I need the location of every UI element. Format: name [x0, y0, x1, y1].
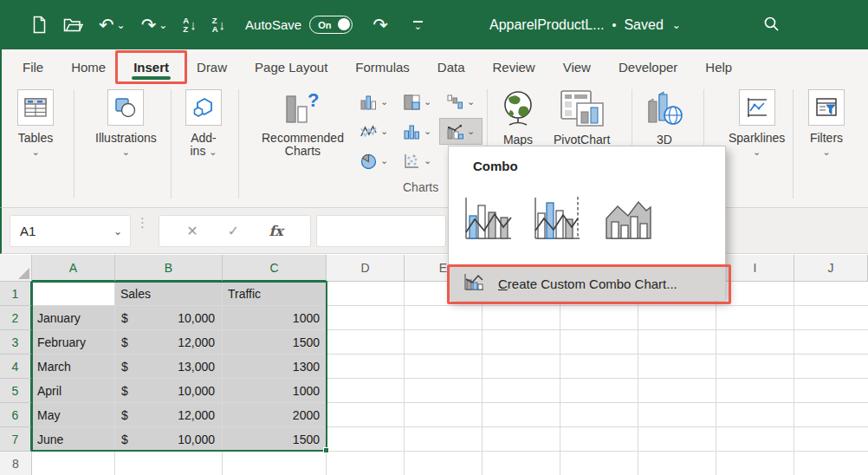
cell-month[interactable]: June — [32, 427, 115, 452]
cell-month[interactable]: February — [32, 330, 115, 355]
pivotchart-button[interactable]: PivotChart — [554, 89, 610, 146]
tab-help[interactable]: Help — [691, 49, 746, 84]
maps-button[interactable]: Maps — [496, 89, 541, 146]
column-header-b[interactable]: B — [115, 255, 223, 282]
cell-A1-active[interactable] — [32, 282, 115, 306]
name-box[interactable]: A1 ⌄ — [10, 215, 131, 247]
new-file-button[interactable] — [23, 10, 55, 40]
redo-quick-button[interactable]: ↷ — [365, 10, 396, 40]
tab-file[interactable]: File — [9, 49, 57, 84]
row-header-8[interactable]: 8 — [0, 452, 32, 475]
formula-bar-grip-icon[interactable]: ⋮ — [136, 218, 149, 227]
row-header-5[interactable]: 5 — [0, 379, 32, 403]
cell-sales[interactable]: $13,000 — [115, 355, 223, 379]
cell-sales[interactable]: $10,000 — [115, 427, 223, 452]
tab-data[interactable]: Data — [424, 49, 479, 84]
column-header-d[interactable]: D — [327, 255, 405, 282]
document-title-area[interactable]: ApparelProductL... • Saved ⌄ — [489, 0, 681, 49]
cell-traffic[interactable]: 1000 — [223, 379, 327, 403]
cell-sales[interactable]: $10,000 — [115, 379, 223, 403]
empty-cell[interactable] — [115, 452, 223, 475]
insert-pie-chart-button[interactable]: ⌄ — [353, 147, 396, 174]
cell-month[interactable]: April — [32, 379, 115, 403]
empty-cells[interactable] — [327, 427, 868, 452]
autosave-toggle[interactable]: On — [309, 16, 353, 34]
add-ins-button[interactable]: Add- ins ⌄ — [185, 89, 222, 159]
cell-month[interactable]: March — [32, 355, 115, 379]
cell-traffic[interactable]: 2000 — [223, 403, 327, 427]
cell-sales[interactable]: $10,000 — [115, 306, 223, 330]
cell-traffic[interactable]: 1000 — [223, 306, 327, 330]
empty-cells[interactable] — [327, 452, 868, 475]
column-header-i[interactable]: I — [716, 255, 794, 282]
create-custom-combo-chart-item[interactable]: Create Custom Combo Chart... — [449, 266, 725, 301]
column-header-a[interactable]: A — [32, 255, 115, 282]
sort-descending-button[interactable]: ZA ↓ — [204, 10, 233, 40]
select-all-corner[interactable] — [0, 255, 32, 282]
row-header-6[interactable]: 6 — [0, 403, 32, 427]
enter-button[interactable]: ✓ — [228, 223, 239, 239]
tab-developer[interactable]: Developer — [605, 49, 691, 84]
cell-sales[interactable]: $12,000 — [115, 403, 223, 427]
tab-page-layout[interactable]: Page Layout — [241, 49, 341, 84]
cell-B1[interactable]: Sales — [115, 282, 223, 306]
tab-formulas[interactable]: Formulas — [341, 49, 424, 84]
empty-cell[interactable] — [223, 452, 327, 475]
tables-button[interactable]: Tables ⌄ — [17, 89, 54, 155]
empty-cell[interactable] — [32, 452, 115, 475]
tab-view[interactable]: View — [549, 49, 605, 84]
insert-waterfall-chart-button[interactable]: ⌄ — [439, 88, 483, 115]
illustrations-button[interactable]: Illustrations ⌄ — [95, 89, 157, 155]
row-header-1[interactable]: 1 — [0, 282, 32, 306]
cell-month[interactable]: January — [32, 306, 115, 330]
redo-button[interactable]: ↷ ⌄ — [133, 10, 176, 40]
recommended-charts-button[interactable]: ? RecommendedCharts — [262, 89, 344, 158]
row-header-3[interactable]: 3 — [0, 330, 32, 355]
ribbon-tab-bar: File Home Insert Draw Page Layout Formul… — [0, 49, 868, 84]
tab-insert[interactable]: Insert — [120, 49, 183, 84]
insert-scatter-chart-button[interactable]: ⌄ — [396, 147, 439, 174]
tab-review[interactable]: Review — [479, 49, 549, 84]
tab-draw[interactable]: Draw — [183, 49, 241, 84]
insert-statistic-chart-button[interactable]: ⌄ — [396, 118, 439, 145]
cell-C1[interactable]: Traffic — [223, 282, 327, 306]
sparklines-button[interactable]: Sparklines ⌄ — [729, 89, 785, 155]
insert-function-button[interactable]: fx — [269, 223, 282, 239]
insert-hierarchy-chart-button[interactable]: ⌄ — [396, 88, 439, 115]
empty-cells[interactable] — [327, 379, 868, 403]
combo-thumb-stacked-area-clustered-column[interactable] — [601, 192, 655, 247]
undo-dropdown-chevron-icon[interactable]: ⌄ — [117, 19, 126, 31]
cancel-button[interactable]: ✕ — [186, 223, 198, 239]
column-header-c[interactable]: C — [223, 255, 327, 282]
tab-home[interactable]: Home — [57, 49, 120, 84]
open-file-button[interactable] — [55, 10, 91, 40]
customize-qat-button[interactable]: ⌄ — [413, 21, 423, 29]
row-header-4[interactable]: 4 — [0, 355, 32, 379]
3d-map-button[interactable]: 3D — [643, 89, 686, 146]
title-dropdown-chevron-icon[interactable]: ⌄ — [672, 19, 681, 31]
cell-sales[interactable]: $12,000 — [115, 330, 223, 355]
name-box-chevron-icon[interactable]: ⌄ — [113, 225, 122, 238]
row-header-2[interactable]: 2 — [0, 306, 32, 330]
redo-dropdown-chevron-icon[interactable]: ⌄ — [159, 19, 167, 31]
filters-button[interactable]: Filters ⌄ — [808, 89, 845, 155]
search-button[interactable] — [756, 10, 787, 39]
empty-cells[interactable] — [327, 306, 868, 330]
combo-thumb-clustered-column-line-secondary-axis[interactable] — [531, 192, 585, 247]
formula-input[interactable] — [316, 215, 446, 247]
cell-traffic[interactable]: 1500 — [223, 330, 327, 355]
insert-line-chart-button[interactable]: ⌄ — [353, 118, 396, 145]
combo-thumb-clustered-column-line[interactable] — [461, 192, 515, 247]
sort-ascending-button[interactable]: AZ ↓ — [175, 10, 204, 40]
cell-traffic[interactable]: 1500 — [223, 427, 327, 452]
row-header-7[interactable]: 7 — [0, 427, 32, 452]
column-header-j[interactable]: J — [794, 255, 868, 282]
undo-button[interactable]: ↶ ⌄ — [91, 10, 133, 40]
cell-traffic[interactable]: 1300 — [223, 355, 327, 379]
insert-column-chart-button[interactable]: ⌄ — [353, 88, 396, 115]
insert-combo-chart-button[interactable]: ⌄ — [439, 118, 483, 145]
empty-cells[interactable] — [327, 330, 868, 355]
empty-cells[interactable] — [327, 355, 868, 379]
cell-month[interactable]: May — [32, 403, 115, 427]
empty-cells[interactable] — [327, 403, 868, 427]
